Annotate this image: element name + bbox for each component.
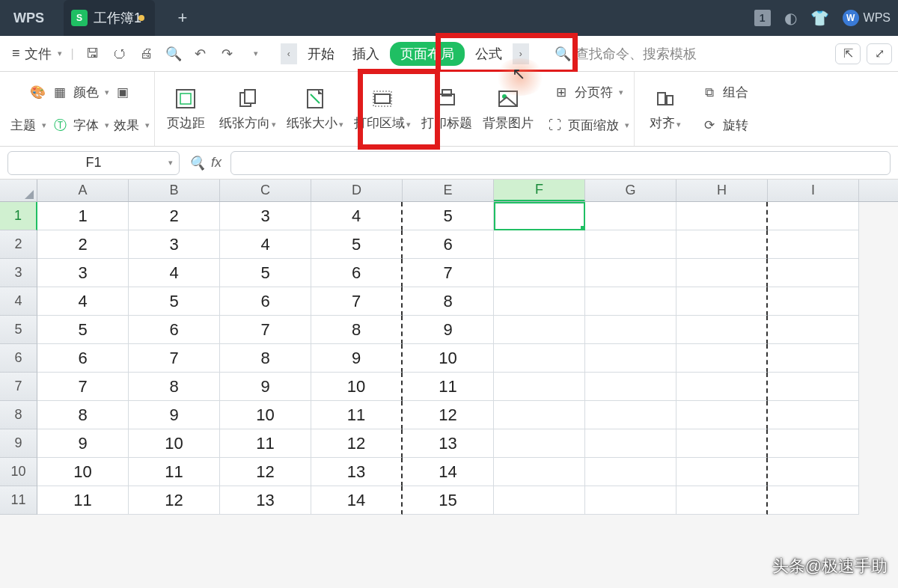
cell[interactable]: 6 xyxy=(311,259,403,287)
print-area-button[interactable]: 打印区域▾ xyxy=(351,86,414,132)
cell[interactable] xyxy=(585,458,676,486)
cell[interactable]: 13 xyxy=(311,458,403,486)
row-header[interactable]: 8 xyxy=(0,401,37,429)
cell[interactable]: 4 xyxy=(129,259,220,287)
row-header[interactable]: 6 xyxy=(0,344,37,373)
margins-button[interactable]: 页边距 xyxy=(159,86,212,132)
share-button[interactable]: ⇱ xyxy=(835,43,861,64)
tab-formula[interactable]: 公式 xyxy=(468,42,510,66)
cell[interactable] xyxy=(585,344,676,373)
cell[interactable]: 7 xyxy=(311,287,403,316)
save-as-icon[interactable]: ⭯ xyxy=(112,46,128,61)
cell[interactable]: 9 xyxy=(129,401,220,429)
theme-palette-button[interactable]: 🎨 xyxy=(28,84,46,102)
column-header-G[interactable]: G xyxy=(585,180,676,201)
undo-icon[interactable]: ↶ xyxy=(192,46,209,62)
redo-icon[interactable]: ↷ xyxy=(219,46,236,62)
fx-label[interactable]: fx xyxy=(211,155,222,171)
cell[interactable]: 12 xyxy=(403,401,494,429)
cell[interactable] xyxy=(494,259,585,287)
cell[interactable]: 10 xyxy=(220,401,311,429)
column-header-H[interactable]: H xyxy=(676,180,768,201)
cell[interactable]: 14 xyxy=(311,486,403,515)
cell[interactable] xyxy=(494,373,585,401)
column-header-C[interactable]: C xyxy=(220,180,311,201)
tab-insert[interactable]: 插入 xyxy=(345,42,387,66)
cell[interactable]: 3 xyxy=(37,259,129,287)
cell[interactable] xyxy=(494,344,585,373)
cell[interactable]: 5 xyxy=(311,230,403,259)
cell[interactable]: 5 xyxy=(403,202,494,230)
cell[interactable]: 2 xyxy=(37,230,129,259)
cell[interactable] xyxy=(494,486,585,515)
cell[interactable] xyxy=(768,344,859,373)
column-header-D[interactable]: D xyxy=(311,180,403,201)
cell[interactable] xyxy=(768,316,859,344)
cell[interactable]: 2 xyxy=(129,202,220,230)
cell[interactable]: 5 xyxy=(129,287,220,316)
cell[interactable] xyxy=(494,202,585,230)
cell[interactable] xyxy=(585,230,676,259)
cell[interactable]: 12 xyxy=(220,458,311,486)
print-titles-button[interactable]: 打印标题 xyxy=(418,86,475,132)
cell[interactable]: 3 xyxy=(129,230,220,259)
cell[interactable]: 8 xyxy=(403,287,494,316)
cell[interactable] xyxy=(585,373,676,401)
cell[interactable] xyxy=(676,344,768,373)
align-button[interactable]: 对齐▾ xyxy=(639,86,691,132)
cell[interactable] xyxy=(494,458,585,486)
cell[interactable] xyxy=(676,429,768,458)
theme-button[interactable]: 主题▾ xyxy=(10,117,46,134)
cell[interactable]: 9 xyxy=(403,316,494,344)
cell[interactable] xyxy=(768,287,859,316)
cell[interactable] xyxy=(494,230,585,259)
skin-icon[interactable]: ◐ xyxy=(784,9,797,27)
cell[interactable]: 10 xyxy=(403,344,494,373)
breaks-button[interactable]: ⊞分页符▾ xyxy=(552,84,623,102)
select-all-corner[interactable] xyxy=(0,180,37,201)
cell[interactable]: 13 xyxy=(403,429,494,458)
cell[interactable] xyxy=(494,287,585,316)
colors-button[interactable]: ▦颜色▾ xyxy=(51,84,109,102)
cell[interactable]: 8 xyxy=(220,344,311,373)
column-header-I[interactable]: I xyxy=(768,180,859,201)
chevron-down-icon[interactable]: ▾ xyxy=(248,49,264,58)
shirt-icon[interactable]: 👕 xyxy=(810,9,829,27)
column-header-F[interactable]: F xyxy=(494,180,585,201)
cell[interactable]: 7 xyxy=(129,344,220,373)
cell[interactable]: 9 xyxy=(37,429,129,458)
tab-page-layout[interactable]: 页面布局 xyxy=(390,42,465,66)
cell[interactable]: 6 xyxy=(220,287,311,316)
cell[interactable]: 11 xyxy=(129,458,220,486)
cell[interactable]: 6 xyxy=(403,230,494,259)
row-header[interactable]: 10 xyxy=(0,458,37,486)
row-header[interactable]: 5 xyxy=(0,316,37,344)
cell[interactable]: 10 xyxy=(37,458,129,486)
cell[interactable] xyxy=(494,429,585,458)
row-header[interactable]: 7 xyxy=(0,373,37,401)
cell[interactable]: 10 xyxy=(129,429,220,458)
row-header[interactable]: 9 xyxy=(0,429,37,458)
cell[interactable] xyxy=(676,202,768,230)
cell[interactable]: 11 xyxy=(37,486,129,515)
cell[interactable] xyxy=(768,458,859,486)
column-header-B[interactable]: B xyxy=(129,180,220,201)
cell[interactable]: 7 xyxy=(220,316,311,344)
cell[interactable]: 7 xyxy=(37,373,129,401)
row-header[interactable]: 2 xyxy=(0,230,37,259)
fonts-button[interactable]: Ⓣ字体▾ xyxy=(51,117,109,135)
cell[interactable] xyxy=(676,287,768,316)
cell[interactable] xyxy=(768,230,859,259)
cell[interactable] xyxy=(585,401,676,429)
cell[interactable]: 11 xyxy=(220,429,311,458)
cell[interactable] xyxy=(768,373,859,401)
cell[interactable]: 4 xyxy=(220,230,311,259)
cell[interactable] xyxy=(585,486,676,515)
background-button[interactable]: 背景图片 xyxy=(480,86,537,132)
cell[interactable]: 9 xyxy=(311,344,403,373)
cell[interactable]: 1 xyxy=(37,202,129,230)
tab-start[interactable]: 开始 xyxy=(300,42,342,66)
cell[interactable] xyxy=(585,316,676,344)
cell[interactable]: 4 xyxy=(37,287,129,316)
cell[interactable] xyxy=(585,259,676,287)
